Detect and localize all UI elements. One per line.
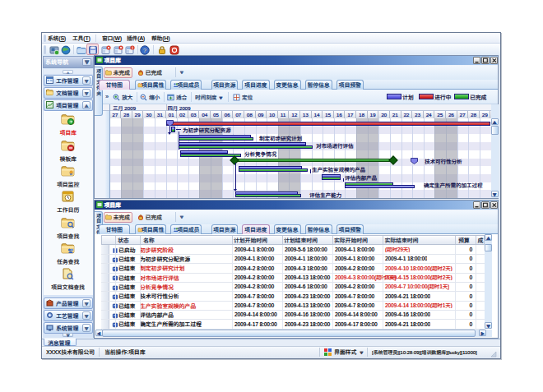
svg-text:?: ?	[143, 47, 147, 54]
